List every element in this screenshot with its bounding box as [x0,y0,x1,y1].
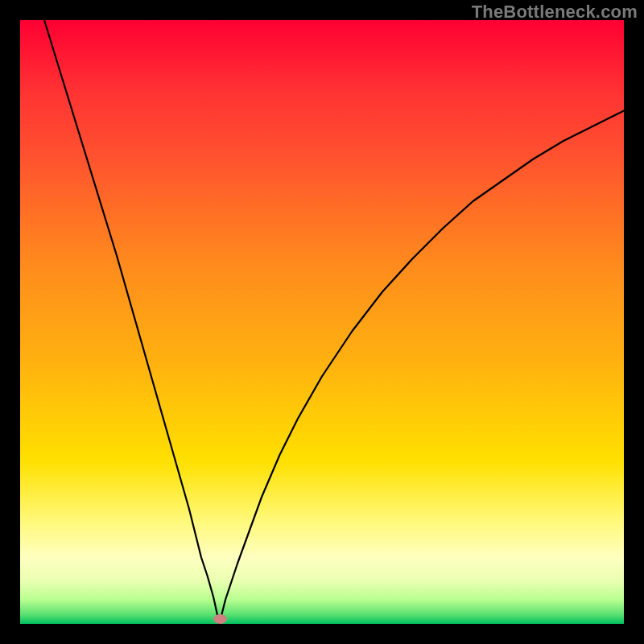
chart-frame: TheBottleneck.com [0,0,644,644]
minimum-marker [213,614,227,624]
watermark-text: TheBottleneck.com [472,2,638,23]
plot-area [20,20,624,624]
bottleneck-curve [20,20,624,624]
